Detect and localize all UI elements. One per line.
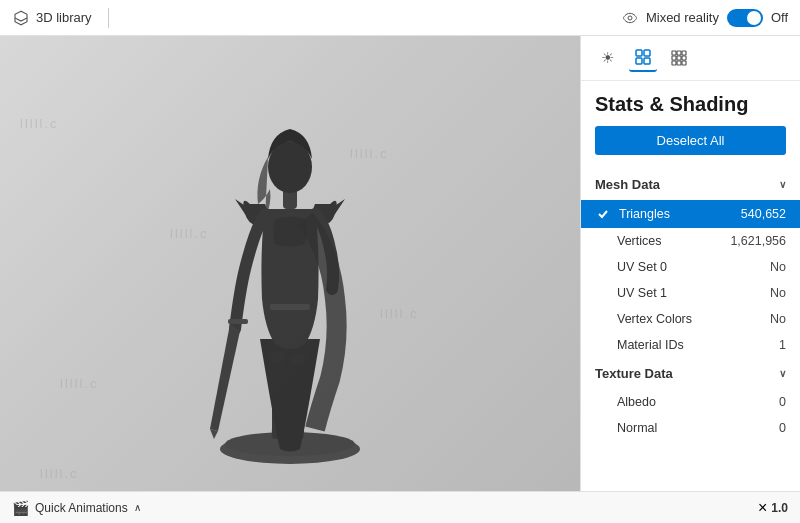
triangles-checkbox[interactable] (595, 206, 611, 222)
viewport[interactable]: lllll.c lllll.c lllll.c lllll.c lllll.c … (0, 36, 580, 491)
speed-prefix: × (758, 499, 767, 517)
uvset1-row: UV Set 1 No (581, 280, 800, 306)
svg-rect-15 (672, 51, 676, 55)
check-icon (597, 208, 609, 220)
right-panel: ☀ (580, 36, 800, 491)
uvset0-row: UV Set 0 No (581, 254, 800, 280)
triangles-label: Triangles (619, 207, 741, 221)
svg-point-9 (270, 351, 286, 363)
vertices-label: Vertices (617, 234, 730, 248)
svg-rect-8 (270, 304, 310, 310)
vertex-colors-row: Vertex Colors No (581, 306, 800, 332)
albedo-value: 0 (779, 395, 786, 409)
uvset0-value: No (770, 260, 786, 274)
grid2-icon (671, 50, 687, 66)
grid2-icon-button[interactable] (665, 44, 693, 72)
material-ids-row: Material IDs 1 (581, 332, 800, 358)
uvset0-label: UV Set 0 (617, 260, 770, 274)
svg-rect-16 (677, 51, 681, 55)
main-content: lllll.c lllll.c lllll.c lllll.c lllll.c … (0, 36, 800, 491)
mesh-data-chevron: ∨ (779, 179, 786, 190)
triangles-row[interactable]: Triangles 540,652 (581, 200, 800, 228)
triangles-value: 540,652 (741, 207, 786, 221)
topbar-divider (108, 8, 109, 28)
quick-animations-section: 🎬 Quick Animations ∧ (12, 500, 141, 516)
svg-rect-22 (677, 61, 681, 65)
mixed-reality-toggle[interactable] (727, 9, 763, 27)
topbar: 3D library Mixed reality Off (0, 0, 800, 36)
svg-rect-13 (636, 58, 642, 64)
speed-control: × 1.0 (758, 499, 788, 517)
quick-animations-chevron[interactable]: ∧ (134, 502, 141, 513)
sun-icon-button[interactable]: ☀ (593, 44, 621, 72)
3d-library-label: 3D library (36, 10, 92, 25)
uvset1-value: No (770, 286, 786, 300)
svg-point-10 (290, 353, 306, 365)
speed-value: 1.0 (771, 501, 788, 515)
texture-data-chevron: ∨ (779, 368, 786, 379)
deselect-all-button[interactable]: Deselect All (595, 126, 786, 155)
normal-value: 0 (779, 421, 786, 435)
material-ids-value: 1 (779, 338, 786, 352)
stats-icon (635, 49, 651, 65)
svg-rect-20 (682, 56, 686, 60)
normal-label: Normal (617, 421, 779, 435)
albedo-label: Albedo (617, 395, 779, 409)
texture-data-section-header[interactable]: Texture Data ∨ (581, 358, 800, 389)
svg-point-0 (628, 16, 632, 20)
vertices-value: 1,621,956 (730, 234, 786, 248)
mixed-reality-icon (622, 10, 638, 26)
svg-rect-21 (672, 61, 676, 65)
3d-library-button[interactable]: 3D library (12, 9, 92, 27)
bottom-bar: 🎬 Quick Animations ∧ × 1.0 (0, 491, 800, 523)
quick-animations-label: Quick Animations (35, 501, 128, 515)
texture-data-label: Texture Data (595, 366, 673, 381)
albedo-row: Albedo 0 (581, 389, 800, 415)
mesh-data-section-header[interactable]: Mesh Data ∨ (581, 169, 800, 200)
uvset1-label: UV Set 1 (617, 286, 770, 300)
3d-figure (0, 36, 580, 491)
svg-rect-11 (636, 50, 642, 56)
svg-rect-7 (228, 319, 248, 324)
mixed-reality-label: Mixed reality (646, 10, 719, 25)
stats-icon-button[interactable] (629, 44, 657, 72)
quick-animations-icon: 🎬 (12, 500, 29, 516)
panel-title: Stats & Shading (581, 81, 800, 126)
svg-rect-23 (682, 61, 686, 65)
svg-rect-14 (644, 58, 650, 64)
svg-rect-12 (644, 50, 650, 56)
material-ids-label: Material IDs (617, 338, 779, 352)
normal-row: Normal 0 (581, 415, 800, 441)
vertex-colors-value: No (770, 312, 786, 326)
mixed-reality-section: Mixed reality Off (622, 9, 788, 27)
off-label: Off (771, 10, 788, 25)
vertices-row: Vertices 1,621,956 (581, 228, 800, 254)
vertex-colors-label: Vertex Colors (617, 312, 770, 326)
panel-icons-row: ☀ (581, 36, 800, 81)
mesh-data-label: Mesh Data (595, 177, 660, 192)
svg-rect-17 (682, 51, 686, 55)
character-svg (120, 49, 460, 479)
svg-rect-19 (677, 56, 681, 60)
svg-rect-18 (672, 56, 676, 60)
